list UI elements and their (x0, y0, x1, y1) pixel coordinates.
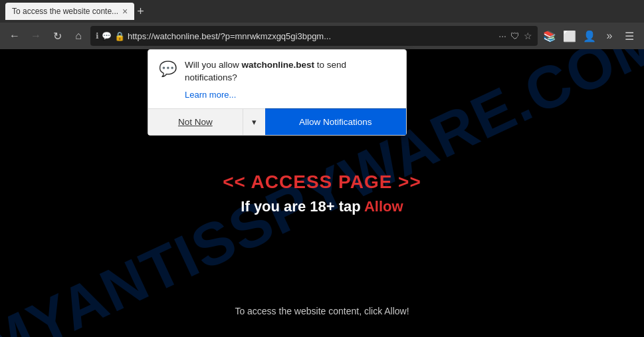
popup-question-prefix: Will you allow (185, 60, 242, 70)
home-button[interactable]: ⌂ (69, 27, 88, 45)
browser-chrome: To access the website conte... × + ← → ↻… (0, 0, 644, 49)
chat-icon: 💬 (102, 31, 112, 41)
nav-right-icons: 📚 ⬜ 👤 » ☰ (540, 27, 639, 45)
subtitle-prefix: If you are 18+ tap (241, 198, 364, 215)
access-content: << ACCESS PAGE >> If you are 18+ tap All… (223, 171, 421, 215)
lock-icon: 🔒 (114, 31, 125, 41)
tab-view-button[interactable]: ⬜ (560, 27, 579, 45)
footer-area: To access the website content, click All… (0, 305, 644, 317)
menu-button[interactable]: ☰ (620, 27, 639, 45)
allow-notifications-button[interactable]: Allow Notifications (265, 108, 406, 135)
access-title: << ACCESS PAGE >> (223, 171, 421, 193)
not-now-button[interactable]: Not Now (148, 108, 243, 135)
library-button[interactable]: 📚 (540, 27, 559, 45)
nav-bar: ← → ↻ ⌂ ℹ 💬 🔒 https://watchonline.best/?… (0, 23, 644, 49)
notification-popup: 💬 Will you allow watchonline.best to sen… (148, 49, 407, 136)
tab-bar: To access the website conte... × + (0, 0, 644, 23)
access-subtitle: If you are 18+ tap Allow (223, 198, 421, 215)
address-icons: ℹ 💬 🔒 (96, 31, 125, 41)
footer-text: To access the website content, click All… (235, 306, 409, 316)
popup-site-name: watchonline.best (242, 60, 315, 70)
star-icon[interactable]: ☆ (524, 31, 532, 41)
more-icon[interactable]: ··· (498, 31, 506, 41)
forward-button[interactable]: → (27, 27, 45, 45)
tab-title: To access the website conte... (12, 7, 118, 16)
profile-button[interactable]: 👤 (580, 27, 599, 45)
popup-body: 💬 Will you allow watchonline.best to sen… (148, 50, 406, 107)
reload-button[interactable]: ↻ (48, 27, 66, 45)
active-tab[interactable]: To access the website conte... × (5, 3, 134, 20)
popup-actions: Not Now ▾ Allow Notifications (148, 108, 406, 135)
popup-learn-more-link[interactable]: Learn more... (185, 90, 236, 100)
back-button[interactable]: ← (5, 27, 24, 45)
address-right-icons: ··· 🛡 ☆ (498, 31, 532, 41)
address-bar[interactable]: ℹ 💬 🔒 https://watchonline.best/?p=mnrwkm… (90, 26, 538, 46)
shield-icon[interactable]: 🛡 (510, 31, 520, 41)
not-now-dropdown-button[interactable]: ▾ (243, 108, 265, 135)
popup-question: Will you allow watchonline.best to send … (185, 59, 395, 84)
url-text: https://watchonline.best/?p=mnrwkmzxgq5g… (128, 31, 496, 41)
popup-chat-icon: 💬 (159, 60, 177, 78)
tab-close-button[interactable]: × (122, 7, 128, 16)
info-icon: ℹ (96, 31, 99, 41)
overflow-button[interactable]: » (600, 27, 619, 45)
popup-text-area: Will you allow watchonline.best to send … (185, 59, 395, 100)
subtitle-allow: Allow (364, 198, 403, 215)
new-tab-button[interactable]: + (137, 5, 144, 17)
